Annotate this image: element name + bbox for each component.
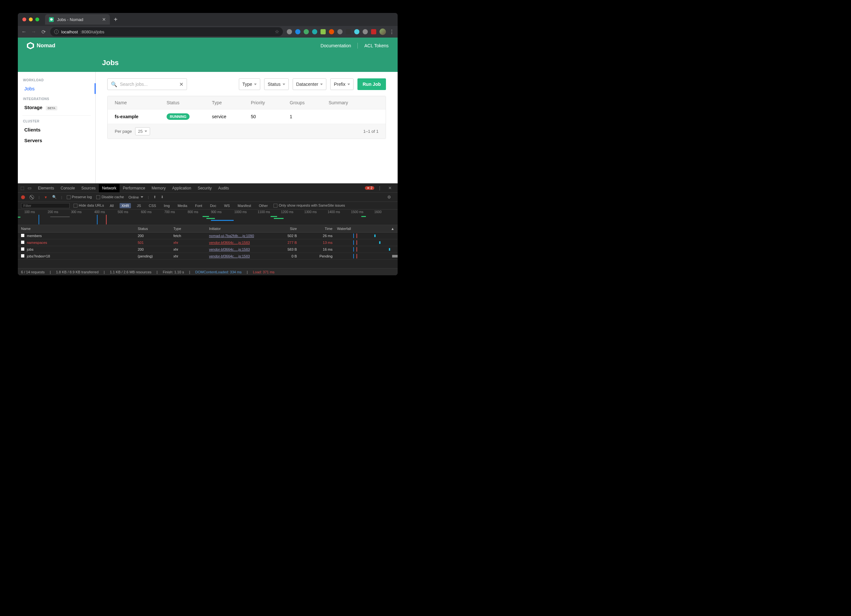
forward-button[interactable]: → (31, 29, 37, 34)
col-time[interactable]: Time (301, 227, 337, 231)
throttling-select[interactable]: Online (128, 195, 143, 199)
clear-button[interactable] (30, 195, 34, 199)
extension-icon[interactable] (354, 29, 359, 34)
close-window-button[interactable] (23, 18, 26, 21)
download-icon[interactable]: ⬇ (161, 195, 164, 199)
request-row[interactable]: namespaces501xhrvendor-bf3664c….js:15832… (18, 239, 398, 246)
type-other[interactable]: Other (257, 203, 270, 208)
extension-icon[interactable] (337, 29, 343, 34)
extension-icon[interactable] (287, 29, 292, 34)
search-input[interactable] (120, 82, 177, 87)
upload-icon[interactable]: ⬆ (153, 195, 156, 199)
filter-toggle-icon[interactable]: ▼ (44, 195, 48, 199)
hide-data-urls-checkbox[interactable]: Hide data URLs (74, 203, 104, 208)
req-initiator[interactable]: vendor-bf3664c….js:1583 (209, 241, 266, 244)
run-job-button[interactable]: Run Job (358, 78, 386, 90)
bookmark-icon[interactable]: ☆ (275, 29, 279, 34)
request-row[interactable]: members200fetchnomad-ui-7ba2fdb….js:1090… (18, 232, 398, 239)
browser-menu-button[interactable]: ⋮ (389, 29, 394, 35)
type-media[interactable]: Media (176, 203, 189, 208)
tab-console[interactable]: Console (57, 184, 78, 192)
filter-input[interactable] (21, 203, 70, 208)
devtools-menu-icon[interactable]: ⋮ (377, 186, 382, 190)
extension-icon[interactable] (304, 29, 309, 34)
tab-performance[interactable]: Performance (120, 184, 149, 192)
extension-icon[interactable] (320, 29, 326, 34)
extension-icon[interactable] (312, 29, 317, 34)
req-initiator[interactable]: vendor-bf3664c….js:1583 (209, 247, 266, 251)
tab-memory[interactable]: Memory (149, 184, 169, 192)
sidebar-item-storage[interactable]: Storage BETA (18, 102, 95, 113)
type-font[interactable]: Font (193, 203, 204, 208)
col-initiator[interactable]: Initiator (209, 227, 266, 231)
profile-avatar[interactable] (379, 28, 386, 35)
back-button[interactable]: ← (21, 29, 27, 34)
tab-elements[interactable]: Elements (35, 184, 57, 192)
filter-datacenter[interactable]: Datacenter (293, 78, 326, 90)
col-name[interactable]: Name (115, 100, 167, 105)
device-toggle-icon[interactable]: ▭ (27, 186, 32, 190)
type-ws[interactable]: WS (222, 203, 232, 208)
acl-tokens-link[interactable]: ACL Tokens (364, 43, 389, 48)
browser-tab[interactable]: Jobs - Nomad ✕ (45, 14, 110, 25)
extension-icon[interactable] (371, 29, 376, 34)
docs-link[interactable]: Documentation (320, 43, 351, 48)
nomad-logo[interactable]: Nomad (27, 42, 56, 49)
tab-network[interactable]: Network (99, 184, 120, 192)
col-type[interactable]: Type (173, 227, 209, 231)
col-status[interactable]: Status (138, 227, 173, 231)
type-xhr[interactable]: XHR (120, 203, 131, 208)
sidebar-item-clients[interactable]: Clients (18, 124, 95, 135)
col-type[interactable]: Type (212, 100, 251, 105)
preserve-log-checkbox[interactable]: Preserve log (67, 195, 92, 199)
search-field[interactable]: 🔍 ✕ (107, 78, 187, 90)
col-name[interactable]: Name (21, 227, 138, 231)
filter-status[interactable]: Status (264, 78, 289, 90)
sidebar-item-servers[interactable]: Servers (18, 135, 95, 146)
extension-icon[interactable] (295, 29, 301, 34)
tab-security[interactable]: Security (194, 184, 215, 192)
table-row[interactable]: fs-example RUNNING service 50 1 (108, 109, 386, 124)
type-doc[interactable]: Doc (208, 203, 218, 208)
tab-application[interactable]: Application (169, 184, 194, 192)
col-summary[interactable]: Summary (329, 100, 379, 105)
sidebar-item-jobs[interactable]: Jobs (18, 83, 96, 94)
new-tab-button[interactable]: + (114, 16, 118, 23)
col-waterfall[interactable]: Waterfall▲ (337, 227, 394, 231)
request-row[interactable]: jobs200xhrvendor-bf3664c….js:1583583 B16… (18, 246, 398, 253)
extension-icon[interactable] (329, 29, 334, 34)
extension-icon[interactable] (362, 29, 368, 34)
network-timeline[interactable]: 100 ms200 ms300 ms400 ms500 ms600 ms700 … (18, 210, 398, 225)
error-count-badge[interactable]: ✕ 2 (365, 186, 374, 190)
req-initiator[interactable]: vendor-bf3664c….js:1583 (209, 254, 266, 258)
filter-type[interactable]: Type (239, 78, 260, 90)
tab-audits[interactable]: Audits (215, 184, 232, 192)
col-priority[interactable]: Priority (251, 100, 290, 105)
disable-cache-checkbox[interactable]: Disable cache (96, 195, 124, 199)
search-icon[interactable]: 🔍 (52, 195, 57, 199)
tab-sources[interactable]: Sources (78, 184, 99, 192)
close-devtools-button[interactable]: ✕ (388, 186, 392, 190)
col-groups[interactable]: Groups (290, 100, 329, 105)
type-all[interactable]: All (108, 203, 116, 208)
url-field[interactable]: i localhost:8080/ui/jobs ☆ (50, 27, 283, 36)
record-button[interactable] (21, 195, 25, 199)
col-size[interactable]: Size (266, 227, 301, 231)
inspect-icon[interactable]: ⬚ (20, 186, 24, 190)
type-img[interactable]: Img (162, 203, 172, 208)
close-tab-button[interactable]: ✕ (102, 17, 106, 22)
minimize-window-button[interactable] (29, 18, 33, 21)
type-css[interactable]: CSS (147, 203, 158, 208)
clear-search-button[interactable]: ✕ (179, 81, 183, 87)
site-info-icon[interactable]: i (54, 30, 59, 34)
reload-button[interactable]: ⟳ (41, 29, 47, 35)
filter-prefix[interactable]: Prefix (330, 78, 353, 90)
col-status[interactable]: Status (167, 100, 212, 105)
samesite-checkbox[interactable]: Only show requests with SameSite issues (274, 203, 345, 208)
extension-icon[interactable] (346, 29, 351, 34)
maximize-window-button[interactable] (35, 18, 39, 21)
type-js[interactable]: JS (135, 203, 143, 208)
perpage-select[interactable]: 25 (135, 127, 150, 135)
settings-icon[interactable]: ⚙ (387, 195, 391, 199)
request-row[interactable]: jobs?index=18(pending)xhrvendor-bf3664c…… (18, 253, 398, 260)
